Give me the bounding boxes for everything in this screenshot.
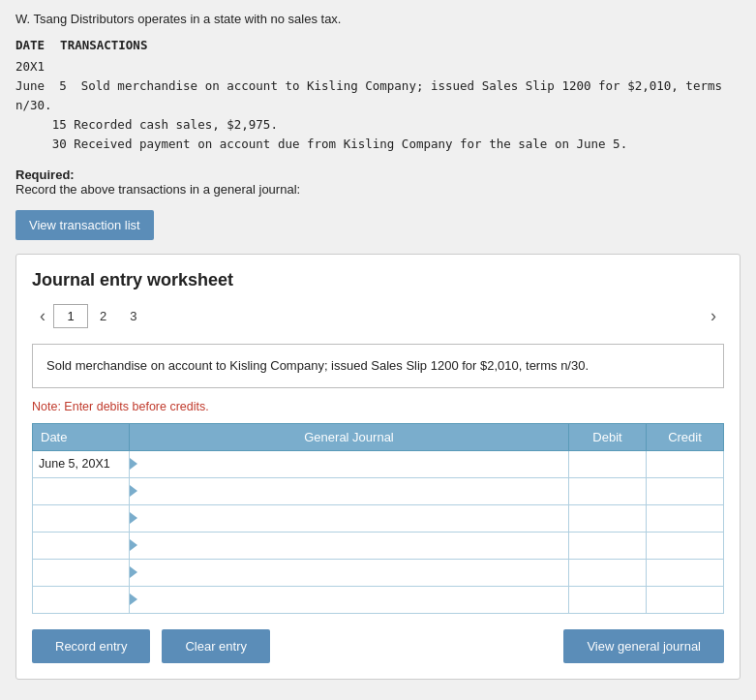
journal-entry-worksheet: Journal entry worksheet ‹ 1 2 3 › Sold m…: [15, 254, 741, 680]
note-text: Note: Enter debits before credits.: [32, 400, 724, 413]
row-2-date: [33, 477, 130, 504]
row-2-credit-input[interactable]: [647, 478, 723, 504]
prev-tab-arrow[interactable]: ‹: [32, 302, 53, 330]
row-2-gj-input[interactable]: [130, 478, 568, 504]
view-transactions-button[interactable]: View transaction list: [15, 210, 154, 240]
row-4-credit-input[interactable]: [647, 533, 723, 559]
row-3-gj[interactable]: [130, 504, 569, 532]
transaction-row-3: 30 Received payment on account due from …: [15, 135, 741, 154]
transactions-header: TRANSACTIONS: [60, 36, 147, 55]
intro-text: W. Tsang Distributors operates in a stat…: [15, 12, 741, 26]
required-text: Record the above transactions in a gener…: [15, 182, 300, 197]
row-5-debit[interactable]: [569, 559, 647, 586]
row-1-gj[interactable]: [130, 450, 569, 477]
tab-1[interactable]: 1: [53, 304, 88, 328]
row-5-credit-input[interactable]: [647, 560, 723, 586]
row-2-debit[interactable]: [569, 477, 647, 504]
table-row: [33, 532, 724, 559]
row-5-date: [33, 559, 130, 586]
row-5-credit[interactable]: [647, 559, 724, 586]
row-indicator: [130, 458, 137, 470]
row-6-gj[interactable]: [130, 586, 569, 613]
required-section: Required: Record the above transactions …: [15, 167, 741, 197]
table-row: [33, 586, 724, 613]
row-4-credit[interactable]: [647, 532, 724, 559]
col-header-gj: General Journal: [130, 423, 569, 450]
journal-table: Date General Journal Debit Credit June 5…: [32, 423, 724, 614]
col-header-date: Date: [33, 423, 130, 450]
row-3-date: [33, 504, 130, 532]
row-6-debit[interactable]: [569, 586, 647, 613]
view-general-journal-button[interactable]: View general journal: [563, 629, 724, 663]
row-3-debit-input[interactable]: [569, 505, 646, 532]
row-1-credit[interactable]: [647, 450, 724, 477]
table-row: [33, 504, 724, 532]
row-6-debit-input[interactable]: [569, 587, 646, 613]
row-4-gj[interactable]: [130, 532, 569, 559]
year-label: 20X1: [15, 57, 741, 76]
row-1-gj-input[interactable]: [130, 451, 568, 477]
transaction-row-2: 15 Recorded cash sales, $2,975.: [15, 115, 741, 135]
transactions-block: DATE TRANSACTIONS 20X1 June 5 Sold merch…: [15, 36, 741, 154]
row-2-credit[interactable]: [647, 477, 724, 504]
worksheet-title: Journal entry worksheet: [32, 270, 724, 290]
row-1-debit-input[interactable]: [569, 451, 646, 477]
row-indicator: [130, 485, 137, 497]
row-1-debit[interactable]: [569, 450, 647, 477]
row-3-debit[interactable]: [569, 504, 647, 532]
row-6-credit[interactable]: [647, 586, 724, 613]
row-6-date: [33, 586, 130, 613]
next-tab-arrow[interactable]: ›: [703, 302, 724, 330]
footer-buttons: Record entry Clear entry View general jo…: [32, 629, 724, 663]
row-4-debit[interactable]: [569, 532, 647, 559]
row-2-debit-input[interactable]: [569, 478, 646, 504]
row-indicator: [130, 512, 137, 524]
table-row: [33, 559, 724, 586]
transaction-description: Sold merchandise on account to Kisling C…: [32, 344, 724, 388]
tab-3[interactable]: 3: [118, 305, 148, 327]
row-indicator: [130, 539, 137, 551]
row-5-gj-input[interactable]: [130, 560, 568, 586]
row-6-credit-input[interactable]: [647, 587, 723, 613]
row-1-credit-input[interactable]: [647, 451, 723, 477]
tab-2[interactable]: 2: [88, 305, 118, 327]
row-indicator: [130, 566, 137, 578]
clear-entry-button[interactable]: Clear entry: [162, 629, 270, 663]
row-3-credit-input[interactable]: [647, 505, 723, 532]
row-6-gj-input[interactable]: [130, 587, 568, 613]
row-4-gj-input[interactable]: [130, 533, 568, 559]
table-row: June 5, 20X1: [33, 450, 724, 477]
row-indicator: [130, 593, 137, 605]
row-5-gj[interactable]: [130, 559, 569, 586]
col-header-debit: Debit: [569, 423, 647, 450]
row-5-debit-input[interactable]: [569, 560, 646, 586]
tabs-row: ‹ 1 2 3 ›: [32, 302, 724, 330]
transaction-row-1: June 5 Sold merchandise on account to Ki…: [15, 76, 741, 115]
row-4-date: [33, 532, 130, 559]
col-header-credit: Credit: [647, 423, 724, 450]
row-3-credit[interactable]: [647, 504, 724, 532]
record-entry-button[interactable]: Record entry: [32, 629, 150, 663]
row-4-debit-input[interactable]: [569, 533, 646, 559]
required-label: Required:: [15, 167, 75, 182]
row-1-date: June 5, 20X1: [33, 450, 130, 477]
row-2-gj[interactable]: [130, 477, 569, 504]
table-row: [33, 477, 724, 504]
row-3-gj-input[interactable]: [130, 505, 568, 532]
date-header: DATE: [15, 36, 45, 55]
